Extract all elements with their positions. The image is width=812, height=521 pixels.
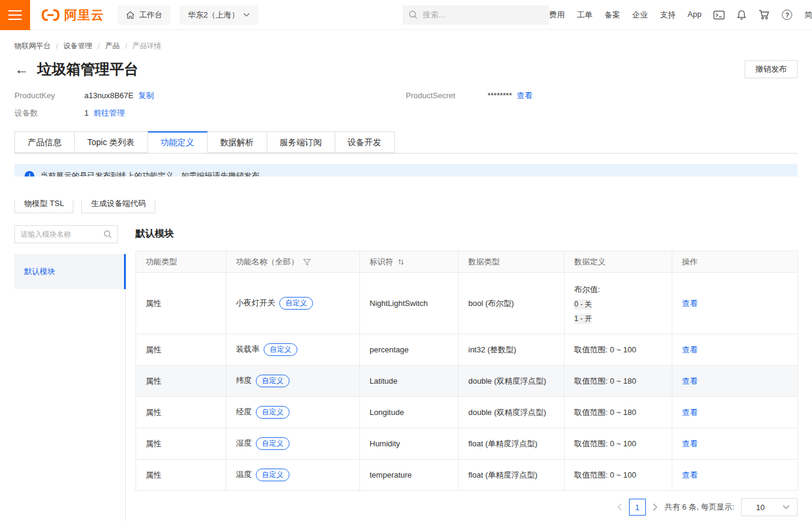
cell-action: 查看 [672, 366, 798, 397]
tab-item[interactable]: 设备开发 [335, 131, 395, 153]
notice-banner-text: 当前展示的是已发布到线上的功能定义，如需编辑请先撤销发布 [40, 170, 259, 176]
topbar-menu-item[interactable]: 企业 [632, 10, 648, 20]
breadcrumb-item[interactable]: 设备管理 [63, 41, 92, 51]
hamburger-menu-icon[interactable] [0, 0, 30, 30]
table-body: 属性小夜灯开关自定义NightLightSwitchbool (布尔型)布尔值:… [136, 273, 798, 491]
custom-badge[interactable]: 自定义 [256, 375, 290, 387]
breadcrumb-separator: / [56, 42, 58, 51]
action-button[interactable]: 生成设备端代码 [81, 200, 155, 213]
tab-item[interactable]: 数据解析 [208, 131, 267, 153]
table-header-cell: 数据定义 [565, 251, 672, 273]
topbar-menu-item[interactable]: 费用 [549, 10, 565, 20]
product-key-value: a13nux8B67E [84, 91, 134, 100]
module-list: 默认模块 [14, 254, 126, 521]
cell-identifier: NightLightSwitch [360, 273, 459, 334]
cell-identifier: Longitude [360, 397, 459, 428]
action-button[interactable]: 物模型 TSL [14, 200, 73, 213]
back-arrow-icon[interactable]: ← [14, 62, 29, 76]
cell-data-type: bool (布尔型) [459, 273, 565, 334]
feature-name: 温度 [236, 470, 252, 479]
custom-badge[interactable]: 自定义 [256, 469, 290, 481]
module-title: 默认模块 [135, 225, 798, 240]
cell-feature-type: 属性 [136, 334, 226, 366]
notice-banner: 当前展示的是已发布到线上的功能定义，如需编辑请先撤销发布 [14, 164, 798, 176]
breadcrumb-item[interactable]: 物联网平台 [14, 41, 51, 51]
workspace-button[interactable]: 工作台 [117, 5, 171, 25]
page-number[interactable]: 1 [629, 499, 646, 516]
copy-product-key-link[interactable]: 复制 [138, 90, 154, 101]
region-selector[interactable]: 华东2（上海） [179, 5, 258, 25]
module-search[interactable] [14, 225, 118, 243]
topbar-menu-item[interactable]: 支持 [660, 10, 675, 20]
aliyun-logo-icon [40, 8, 61, 22]
table-header-row: 功能类型功能名称（全部）标识符数据类型数据定义操作 [136, 251, 798, 273]
view-link[interactable]: 查看 [682, 470, 698, 479]
cell-data-type: float (单精度浮点型) [459, 428, 565, 460]
console-terminal-icon[interactable] [713, 10, 725, 20]
breadcrumb: 物联网平台/设备管理/产品/产品详情 [0, 30, 812, 51]
custom-badge[interactable]: 自定义 [279, 297, 313, 310]
view-link[interactable]: 查看 [682, 299, 698, 308]
cell-identifier: temperature [360, 460, 459, 491]
cell-feature-type: 属性 [136, 428, 226, 460]
cell-feature-name: 温度自定义 [226, 460, 360, 491]
module-list-item[interactable]: 默认模块 [14, 254, 125, 289]
cell-action: 查看 [672, 428, 798, 460]
action-buttons-clip: 物模型 TSL生成设备端代码 [14, 200, 798, 213]
language-selector[interactable]: 简体 [804, 10, 812, 20]
page-title: 垃圾箱管理平台 [37, 60, 138, 79]
tab-item[interactable]: Topic 类列表 [75, 131, 148, 153]
help-icon[interactable]: ? [782, 10, 792, 20]
feature-name: 小夜灯开关 [236, 298, 275, 307]
aliyun-logo-text: 阿里云 [64, 7, 104, 23]
view-link[interactable]: 查看 [682, 376, 698, 385]
cell-feature-type: 属性 [136, 366, 226, 397]
aliyun-logo[interactable]: 阿里云 [40, 7, 104, 23]
view-product-secret-link[interactable]: 查看 [516, 90, 532, 101]
breadcrumb-separator: / [98, 42, 99, 51]
topbar-menu-item[interactable]: 备案 [604, 10, 620, 20]
prev-page-icon[interactable] [617, 503, 622, 511]
custom-badge[interactable]: 自定义 [256, 437, 290, 450]
device-count-value: 1 [84, 108, 88, 117]
cell-feature-name: 纬度自定义 [226, 366, 360, 397]
breadcrumb-item[interactable]: 产品 [105, 41, 120, 51]
cell-feature-name: 湿度自定义 [226, 428, 360, 460]
topbar-menu-item[interactable]: App [687, 10, 701, 20]
custom-badge[interactable]: 自定义 [264, 343, 297, 356]
topbar-search-input[interactable] [423, 10, 543, 19]
cell-data-definition: 取值范围: 0 ~ 100 [565, 460, 672, 491]
topbar-menu-item[interactable]: 工单 [577, 10, 592, 20]
module-search-input[interactable] [20, 230, 100, 239]
feature-name: 经度 [236, 407, 252, 416]
tab-item[interactable]: 产品信息 [14, 131, 75, 153]
table-header-cell: 功能名称（全部） [226, 251, 360, 273]
tab-item[interactable]: 功能定义 [148, 131, 208, 153]
cell-feature-type: 属性 [136, 397, 226, 428]
topbar-search[interactable] [403, 5, 549, 25]
view-link[interactable]: 查看 [682, 439, 698, 448]
bool-value-tag: 0 - 关 [574, 299, 592, 310]
search-icon [409, 10, 418, 19]
next-page-icon[interactable] [652, 503, 658, 511]
table-header-label: 操作 [682, 257, 698, 267]
shopping-cart-icon[interactable] [758, 10, 770, 20]
view-link[interactable]: 查看 [682, 345, 698, 354]
chevron-down-icon [783, 505, 790, 510]
custom-badge[interactable]: 自定义 [256, 406, 290, 419]
search-icon [104, 230, 112, 239]
pagination: 1 共有 6 条, 每页显示: 10 [135, 498, 798, 521]
view-link[interactable]: 查看 [682, 408, 698, 417]
unpublish-button[interactable]: 撤销发布 [745, 60, 798, 78]
cell-data-definition: 取值范围: 0 ~ 180 [565, 366, 672, 397]
table-row: 属性小夜灯开关自定义NightLightSwitchbool (布尔型)布尔值:… [136, 273, 798, 334]
notifications-bell-icon[interactable] [737, 10, 746, 20]
filter-icon[interactable] [303, 258, 311, 266]
manage-devices-link[interactable]: 前往管理 [93, 108, 125, 119]
tab-item[interactable]: 服务端订阅 [267, 131, 335, 153]
cell-feature-type: 属性 [136, 460, 226, 491]
page-size-select[interactable]: 10 [741, 498, 798, 516]
bool-value-tag: 1 - 开 [574, 314, 592, 324]
table-row: 属性纬度自定义Latitudedouble (双精度浮点型)取值范围: 0 ~ … [136, 366, 798, 397]
sort-icon[interactable] [397, 258, 404, 266]
